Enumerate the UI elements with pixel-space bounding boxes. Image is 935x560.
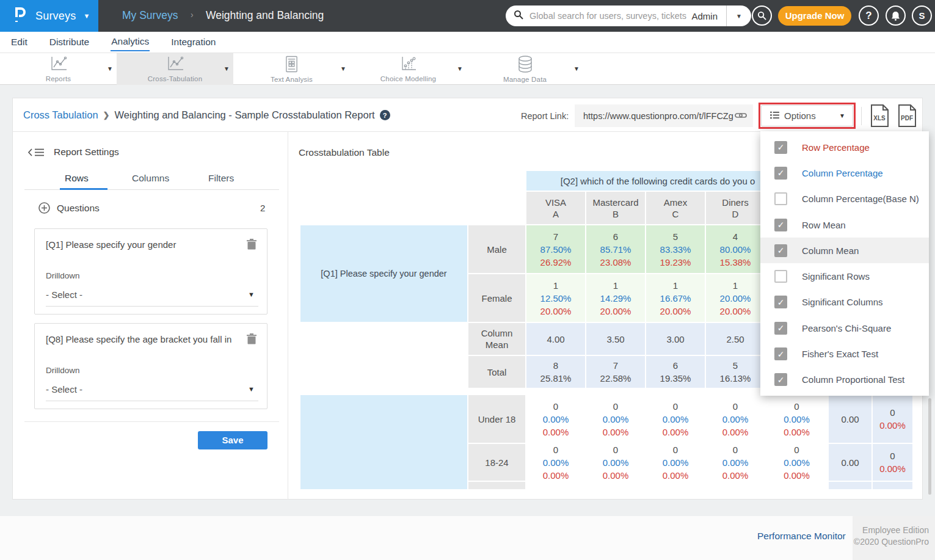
drilldown-label: Drilldown — [46, 366, 80, 375]
toolbar-item-text-analysis[interactable]: Text Analysis▼ — [233, 53, 350, 85]
report-url[interactable]: https://www.questionpro.com/t/lFFCZg — [583, 111, 735, 121]
checkbox-checked-icon[interactable]: ✓ — [774, 296, 787, 308]
divider — [24, 421, 279, 422]
options-menu-item-row-percentage[interactable]: ✓Row Percentage — [760, 134, 929, 160]
scatter-chart-icon — [400, 56, 417, 75]
global-search[interactable]: Global search for users, surveys, ticket… — [506, 5, 751, 26]
chevron-down-icon[interactable]: ▼ — [248, 385, 255, 393]
help-button[interactable]: ? — [859, 5, 879, 26]
tab-rows[interactable]: Rows — [65, 173, 89, 184]
chevron-down-icon[interactable]: ▼ — [457, 65, 463, 72]
options-menu-item-fisher-s-exact-test[interactable]: ✓Fisher's Exact Test — [760, 341, 929, 366]
questionpro-app: Surveys ▼ My Surveys › Weighting and Bal… — [0, 0, 935, 560]
row-header: Male — [468, 225, 525, 273]
nav-item-analytics[interactable]: Analytics — [111, 33, 150, 51]
trash-icon[interactable] — [247, 333, 256, 347]
drilldown-select[interactable]: - Select - — [46, 384, 82, 395]
chevron-down-icon[interactable]: ▼ — [107, 65, 113, 72]
link-icon[interactable] — [735, 111, 747, 122]
search-submit-button[interactable] — [752, 5, 772, 26]
top-bar: Surveys ▼ My Surveys › Weighting and Bal… — [0, 0, 935, 32]
tab-columns[interactable]: Columns — [132, 173, 169, 184]
checkbox-unchecked-icon[interactable] — [774, 270, 787, 283]
table-scrollbar[interactable] — [928, 398, 931, 495]
trash-icon[interactable] — [247, 239, 256, 252]
toolbar-item-label: Reports — [46, 75, 71, 82]
add-question-button[interactable] — [38, 202, 50, 216]
options-menu-item-label: Column Mean — [802, 245, 859, 256]
toolbar-item-label: Cross-Tabulation — [148, 75, 203, 82]
help-icon[interactable]: ? — [380, 110, 390, 120]
questionpro-logo-icon — [13, 6, 27, 26]
toolbar-item-cross-tabulation[interactable]: Cross-Tabulation▼ — [117, 53, 233, 85]
drilldown-select[interactable]: - Select - — [46, 289, 82, 300]
drilldown-label: Drilldown — [46, 271, 80, 280]
options-menu-item-column-mean[interactable]: ✓Column Mean — [760, 238, 929, 263]
svg-text:XLS: XLS — [873, 115, 886, 122]
options-button[interactable]: Options ▼ — [761, 105, 853, 126]
table-cell: 00.00%0.00% — [586, 395, 645, 443]
chevron-down-icon[interactable]: ▼ — [340, 65, 346, 72]
checkbox-checked-icon[interactable]: ✓ — [774, 347, 787, 360]
checkbox-checked-icon[interactable]: ✓ — [774, 373, 787, 386]
checkbox-unchecked-icon[interactable] — [774, 192, 787, 205]
nav-item-integration[interactable]: Integration — [170, 34, 216, 51]
upgrade-now-button[interactable]: Upgrade Now — [778, 6, 851, 26]
table-cell: 00.00%0.00% — [646, 395, 705, 443]
options-menu-item-significant-rows[interactable]: Significant Rows — [760, 263, 929, 289]
tab-filters[interactable]: Filters — [208, 173, 234, 184]
options-menu-item-pearson-s-chi-square[interactable]: ✓Pearson's Chi-Square — [760, 315, 929, 341]
search-scope-dropdown[interactable]: ▼ — [727, 13, 751, 20]
checkbox-checked-icon[interactable]: ✓ — [774, 167, 787, 180]
export-xls-button[interactable]: XLS — [870, 104, 890, 130]
collapse-panel-icon[interactable] — [27, 147, 45, 160]
report-link-box[interactable]: https://www.questionpro.com/t/lFFCZg — [575, 104, 753, 127]
options-menu-item-label: Significant Columns — [802, 297, 883, 307]
options-menu-item-column-percentage[interactable]: ✓Column Percentage — [760, 160, 929, 186]
chevron-down-icon[interactable]: ▼ — [573, 65, 580, 72]
cross-tabulation-link[interactable]: Cross Tabulation — [23, 109, 98, 121]
report-breadcrumb: Cross Tabulation ❯ Weighting and Balanci… — [23, 109, 390, 121]
save-button[interactable]: Save — [198, 431, 267, 449]
nav-item-distribute[interactable]: Distribute — [49, 34, 90, 51]
search-input[interactable]: Global search for users, surveys, ticket… — [529, 11, 691, 21]
export-pdf-button[interactable]: PDF — [897, 104, 917, 130]
crosstab-heading: Crosstabulation Table — [299, 147, 390, 158]
breadcrumb-my-surveys[interactable]: My Surveys — [122, 9, 178, 22]
chevron-down-icon: ▼ — [83, 12, 90, 20]
question-label: [Q1] Please specify your gender — [300, 225, 467, 322]
breadcrumb-separator: ❯ — [103, 111, 110, 120]
options-menu-item-column-proportional-test[interactable]: ✓Column Proportional Test — [760, 367, 929, 393]
report-title: Weighting and Balancing - Sample Crossta… — [115, 109, 375, 121]
toolbar-item-choice-modelling[interactable]: Choice Modelling▼ — [350, 53, 467, 85]
chevron-down-icon[interactable]: ▼ — [248, 291, 255, 298]
options-menu-item-label: Column Percentage(Base N) — [802, 194, 919, 204]
database-icon — [517, 56, 533, 75]
checkbox-checked-icon[interactable]: ✓ — [774, 141, 787, 154]
product-menu[interactable]: Surveys ▼ — [0, 0, 98, 32]
row-mean-cell: 0.00 — [829, 444, 871, 481]
svg-text:PDF: PDF — [901, 115, 913, 122]
table-cell: 00.00%0.00% — [586, 444, 645, 481]
search-icon — [514, 10, 523, 22]
user-avatar[interactable]: S — [912, 5, 932, 26]
performance-monitor-link[interactable]: Performance Monitor — [757, 531, 846, 542]
column-header: MastercardB — [586, 192, 645, 224]
divider — [46, 401, 258, 401]
nav-item-edit[interactable]: Edit — [10, 34, 28, 51]
table-cell: 00.00%0.00% — [706, 444, 765, 481]
checkbox-checked-icon[interactable]: ✓ — [774, 322, 787, 335]
chevron-down-icon[interactable]: ▼ — [224, 65, 230, 72]
options-menu-item-label: Row Mean — [802, 220, 846, 230]
options-menu-item-row-mean[interactable]: ✓Row Mean — [760, 212, 929, 238]
chevron-down-icon: ▼ — [839, 112, 845, 119]
options-menu-item-significant-columns[interactable]: ✓Significant Columns — [760, 289, 929, 315]
toolbar-item-manage-data[interactable]: Manage Data▼ — [467, 53, 583, 85]
checkbox-checked-icon[interactable]: ✓ — [774, 219, 787, 231]
checkbox-checked-icon[interactable]: ✓ — [774, 244, 787, 257]
edition-label: Employee Edition — [853, 525, 929, 536]
table-cell: 787.50%26.92% — [526, 225, 585, 273]
options-menu-item-column-percentage-base-n-[interactable]: Column Percentage(Base N) — [760, 186, 929, 212]
notifications-button[interactable] — [886, 5, 906, 26]
toolbar-item-reports[interactable]: Reports▼ — [0, 53, 117, 85]
